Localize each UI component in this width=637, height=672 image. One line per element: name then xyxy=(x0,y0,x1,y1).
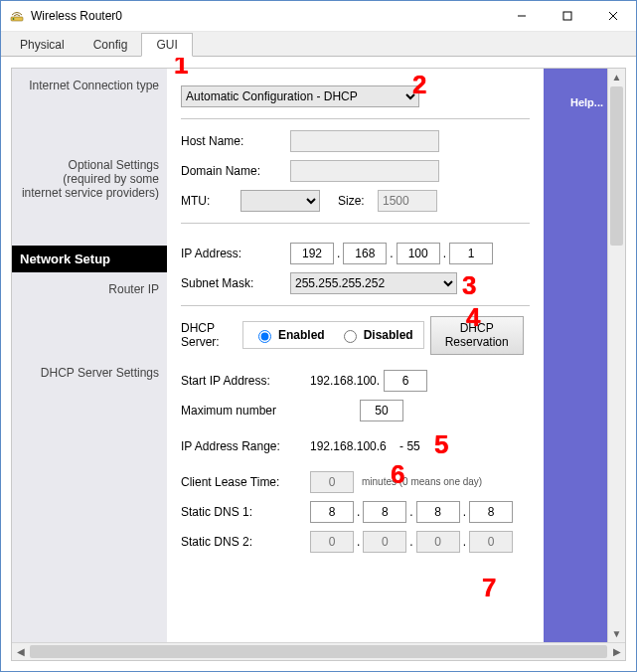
window-title: Wireless Router0 xyxy=(31,9,499,23)
scroll-down-icon[interactable]: ▼ xyxy=(608,625,625,642)
ip-octet-2[interactable] xyxy=(343,243,387,264)
scroll-left-icon[interactable]: ◀ xyxy=(12,643,29,660)
app-icon xyxy=(9,8,25,24)
dns1-octet-2[interactable] xyxy=(363,501,406,523)
divider xyxy=(181,223,530,224)
dhcp-enabled-input[interactable] xyxy=(258,330,271,343)
window-maximize-button[interactable] xyxy=(545,1,590,31)
dns2-octet-2[interactable] xyxy=(363,531,406,553)
tab-physical[interactable]: Physical xyxy=(5,33,80,56)
window-minimize-button[interactable] xyxy=(499,1,545,31)
dns2-octet-3[interactable] xyxy=(416,531,460,553)
vertical-scrollbar[interactable]: ▲ ▼ xyxy=(607,69,625,642)
host-name-label: Host Name: xyxy=(181,134,290,148)
dns2-octet-4[interactable] xyxy=(469,531,513,553)
horizontal-scrollbar[interactable]: ◀ ▶ xyxy=(12,642,625,660)
tab-content: Internet Connection type Optional Settin… xyxy=(1,57,636,671)
tabs-bar: Physical Config GUI xyxy=(1,32,636,57)
dhcp-disabled-input[interactable] xyxy=(344,330,357,343)
dhcp-enabled-radio[interactable]: Enabled xyxy=(253,327,325,343)
dns1-octet-4[interactable] xyxy=(469,501,513,523)
subnet-mask-label: Subnet Mask: xyxy=(181,276,290,290)
subnet-mask-select[interactable]: 255.255.255.252 xyxy=(290,272,457,294)
window-close-button[interactable] xyxy=(590,1,636,31)
dhcp-server-label: DHCP Server: xyxy=(181,321,237,349)
ip-address-label: IP Address: xyxy=(181,247,290,260)
static-dns1-label: Static DNS 1: xyxy=(181,505,310,519)
dhcp-reservation-button[interactable]: DHCP Reservation xyxy=(430,316,524,355)
section-label-internet-connection-type: Internet Connection type xyxy=(12,69,167,148)
section-banner-network-setup: Network Setup xyxy=(12,246,167,272)
form-area: Automatic Configuration - DHCP Host Name… xyxy=(167,69,544,642)
lease-time-label: Client Lease Time: xyxy=(181,475,310,489)
section-label-router-ip: Router IP xyxy=(12,272,167,356)
ip-range-value: 192.168.100.6 - 55 xyxy=(310,439,420,453)
domain-name-label: Domain Name: xyxy=(181,164,290,178)
host-name-input[interactable] xyxy=(290,130,439,152)
dns1-octet-1[interactable] xyxy=(310,501,354,523)
section-label-optional-settings: Optional Settings (required by some inte… xyxy=(12,148,167,246)
static-dns2-label: Static DNS 2: xyxy=(181,535,310,549)
tab-gui[interactable]: GUI xyxy=(141,33,192,57)
max-users-input[interactable] xyxy=(360,400,403,421)
mtu-size-input[interactable] xyxy=(378,190,437,212)
ip-octet-4[interactable] xyxy=(449,243,493,264)
left-column: Internet Connection type Optional Settin… xyxy=(12,69,167,642)
main-pane: Automatic Configuration - DHCP Host Name… xyxy=(167,69,625,642)
scroll-area: Internet Connection type Optional Settin… xyxy=(11,68,626,661)
section-label-dhcp-server-settings: DHCP Server Settings xyxy=(12,356,167,390)
dhcp-disabled-radio[interactable]: Disabled xyxy=(339,327,413,343)
help-sidebar: Help... xyxy=(544,69,607,642)
dns1-octet-3[interactable] xyxy=(416,501,460,523)
domain-name-input[interactable] xyxy=(290,160,439,182)
ip-octet-1[interactable] xyxy=(290,243,334,264)
dns2-octet-1[interactable] xyxy=(310,531,354,553)
ip-octet-3[interactable] xyxy=(397,243,440,264)
scroll-right-icon[interactable]: ▶ xyxy=(608,643,625,660)
internet-connection-type-select[interactable]: Automatic Configuration - DHCP xyxy=(181,85,419,107)
scroll-up-icon[interactable]: ▲ xyxy=(608,69,625,85)
ip-range-label: IP Address Range: xyxy=(181,439,310,453)
mtu-select[interactable] xyxy=(240,190,320,212)
titlebar: Wireless Router0 xyxy=(1,1,636,32)
max-users-label: Maximum number xyxy=(181,404,310,418)
start-ip-last-input[interactable] xyxy=(384,370,427,392)
svg-point-1 xyxy=(13,18,15,20)
start-ip-prefix: 192.168.100. xyxy=(310,374,380,388)
svg-rect-3 xyxy=(563,12,571,20)
mtu-label: MTU: xyxy=(181,194,240,208)
app-window: Wireless Router0 Physical Config GUI Int… xyxy=(0,0,637,672)
scroll-thumb-h[interactable] xyxy=(30,645,607,658)
scroll-thumb[interactable] xyxy=(610,86,623,246)
divider xyxy=(181,118,530,119)
dhcp-server-radio-group: Enabled Disabled xyxy=(242,321,424,349)
lease-time-units: minutes (0 means one day) xyxy=(362,476,482,487)
lease-time-input[interactable] xyxy=(310,471,354,493)
start-ip-label: Start IP Address: xyxy=(181,374,310,388)
tab-config[interactable]: Config xyxy=(79,33,143,56)
mtu-size-label: Size: xyxy=(338,194,378,208)
help-link[interactable]: Help... xyxy=(570,96,603,108)
divider xyxy=(181,305,530,306)
router-gui-frame: Internet Connection type Optional Settin… xyxy=(12,69,625,642)
